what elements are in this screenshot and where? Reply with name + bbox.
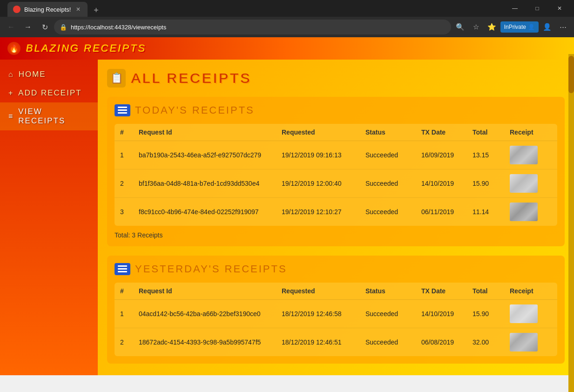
scrollbar-thumb[interactable] [568, 56, 574, 93]
row-tx-date: 06/11/2019 [421, 208, 473, 216]
tab-bar: Blazing Receipts! ✕ + [4, 0, 500, 17]
inprivate-icon: 👤 [528, 24, 535, 30]
yesterday-table-header: # Request Id Requested Status TX Date To… [115, 283, 557, 300]
col-num: # [120, 128, 139, 136]
maximize-button[interactable]: □ [527, 1, 548, 16]
row-requested: 18/12/2019 12:46:58 [282, 310, 365, 318]
title-bar: Blazing Receipts! ✕ + — □ ✕ [0, 0, 574, 17]
row-num: 3 [120, 208, 139, 216]
row-total: 15.90 [473, 310, 510, 318]
forward-button[interactable]: → [20, 20, 35, 34]
receipt-thumbnail[interactable] [510, 203, 538, 221]
lock-icon: 🔒 [60, 24, 67, 31]
row-num: 2 [120, 180, 139, 187]
minimize-button[interactable]: — [504, 1, 526, 16]
receipt-image [510, 146, 538, 164]
table-row: 1 04acd142-bc56-42ba-a66b-22bef3190ce0 1… [115, 300, 557, 328]
settings-icon-btn[interactable]: ⋯ [555, 20, 570, 34]
row-request-id: f8c91cc0-4b96-474e-84ed-02252f919097 [139, 208, 282, 216]
row-request-id: 18672adc-4154-4393-9c98-9a5b995747f5 [139, 338, 282, 346]
row-num: 1 [120, 151, 139, 159]
sidebar: ⌂ HOME + ADD RECEIPT ≡ VIEW RECEIPTS [0, 60, 98, 375]
sidebar-item-add-receipt[interactable]: + ADD RECEIPT [0, 84, 98, 102]
active-tab[interactable]: Blazing Receipts! ✕ [7, 2, 88, 17]
sidebar-add-label: ADD RECEIPT [18, 88, 81, 98]
page-header: 📋 ALL RECEIPTS [107, 69, 565, 88]
tab-title: Blazing Receipts! [24, 6, 71, 13]
receipt-thumbnail[interactable] [510, 174, 538, 193]
app-container: 🔥 BLAZING RECEIPTS ⌂ HOME + ADD RECEIPT … [0, 37, 574, 375]
table-row: 2 bf1f36aa-04d8-481a-b7ed-1cd93dd530e4 1… [115, 169, 557, 198]
row-requested: 18/12/2019 12:46:51 [282, 338, 365, 346]
receipt-image [510, 333, 538, 351]
window-controls: — □ ✕ [504, 1, 570, 16]
collections-icon-btn[interactable]: ⭐ [485, 20, 500, 34]
yesterday-section: YESTERDAY'S RECEIPTS # Request Id Reques… [107, 256, 565, 364]
logo-emoji: 🔥 [9, 44, 19, 53]
svg-rect-4 [118, 268, 127, 270]
scrollbar-track[interactable] [568, 54, 574, 392]
row-tx-date: 14/10/2019 [421, 310, 473, 318]
row-num: 1 [120, 310, 139, 318]
row-status: Succeeded [365, 180, 421, 187]
receipt-image [510, 304, 538, 323]
col-receipt: Receipt [510, 128, 552, 136]
receipt-thumbnail[interactable] [510, 304, 538, 323]
today-section: TODAY'S RECEIPTS # Request Id Requested … [107, 97, 565, 246]
col-request-id: Request Id [139, 128, 282, 136]
svg-rect-2 [118, 112, 127, 114]
row-request-id: bf1f36aa-04d8-481a-b7ed-1cd93dd530e4 [139, 180, 282, 187]
col-request-id: Request Id [139, 287, 282, 295]
yesterday-section-icon [115, 263, 130, 275]
back-button[interactable]: ← [4, 20, 19, 34]
add-icon: + [8, 89, 14, 97]
profile-icon-btn[interactable]: 👤 [540, 20, 554, 34]
row-request-id: 04acd142-bc56-42ba-a66b-22bef3190ce0 [139, 310, 282, 318]
receipt-image [510, 174, 538, 193]
today-total-text: Total: 3 Receipts [115, 231, 557, 239]
svg-rect-1 [118, 109, 127, 111]
row-requested: 19/12/2019 12:00:40 [282, 180, 365, 187]
table-row: 1 ba7b190a-2543-46ea-a52f-e927507dc279 1… [115, 141, 557, 169]
sidebar-item-home[interactable]: ⌂ HOME [0, 65, 98, 84]
row-requested: 19/12/2019 09:16:13 [282, 151, 365, 159]
nav-icons: 🔍 ☆ ⭐ InPrivate 👤 👤 ⋯ [453, 20, 570, 34]
receipt-thumbnail[interactable] [510, 333, 538, 351]
close-button[interactable]: ✕ [549, 1, 570, 16]
yesterday-section-title: YESTERDAY'S RECEIPTS [135, 263, 287, 275]
favorites-icon-btn[interactable]: ☆ [469, 20, 484, 34]
tab-close-button[interactable]: ✕ [74, 6, 82, 13]
today-section-icon [115, 104, 130, 116]
row-num: 2 [120, 338, 139, 346]
receipt-thumbnail[interactable] [510, 146, 538, 164]
search-icon-btn[interactable]: 🔍 [453, 20, 468, 34]
address-bar[interactable]: 🔒 https://localhost:44328/viewreceipts [54, 20, 451, 34]
refresh-button[interactable]: ↻ [37, 20, 52, 34]
row-total: 32.00 [473, 338, 510, 346]
app-logo: 🔥 [7, 42, 20, 55]
col-tx-date: TX Date [421, 128, 473, 136]
col-total: Total [473, 287, 510, 295]
row-status: Succeeded [365, 151, 421, 159]
col-status: Status [365, 128, 421, 136]
row-total: 15.90 [473, 180, 510, 187]
address-text: https://localhost:44328/viewreceipts [71, 24, 446, 31]
row-requested: 19/12/2019 12:10:27 [282, 208, 365, 216]
row-tx-date: 06/08/2019 [421, 338, 473, 346]
col-total: Total [473, 128, 510, 136]
receipt-image [510, 203, 538, 221]
col-status: Status [365, 287, 421, 295]
browser-chrome: Blazing Receipts! ✕ + — □ ✕ ← → ↻ 🔒 http… [0, 0, 574, 37]
navigation-bar: ← → ↻ 🔒 https://localhost:44328/viewrece… [0, 17, 574, 37]
row-tx-date: 16/09/2019 [421, 151, 473, 159]
row-total: 11.14 [473, 208, 510, 216]
list-icon: ≡ [8, 112, 14, 121]
table-row: 3 f8c91cc0-4b96-474e-84ed-02252f919097 1… [115, 198, 557, 226]
today-table-header: # Request Id Requested Status TX Date To… [115, 124, 557, 141]
page-icon: 📋 [107, 69, 126, 88]
inprivate-badge: InPrivate 👤 [500, 21, 539, 33]
sidebar-item-view-receipts[interactable]: ≡ VIEW RECEIPTS [0, 102, 98, 130]
new-tab-button[interactable]: + [89, 4, 102, 17]
col-requested: Requested [282, 128, 365, 136]
tab-favicon [13, 6, 20, 13]
